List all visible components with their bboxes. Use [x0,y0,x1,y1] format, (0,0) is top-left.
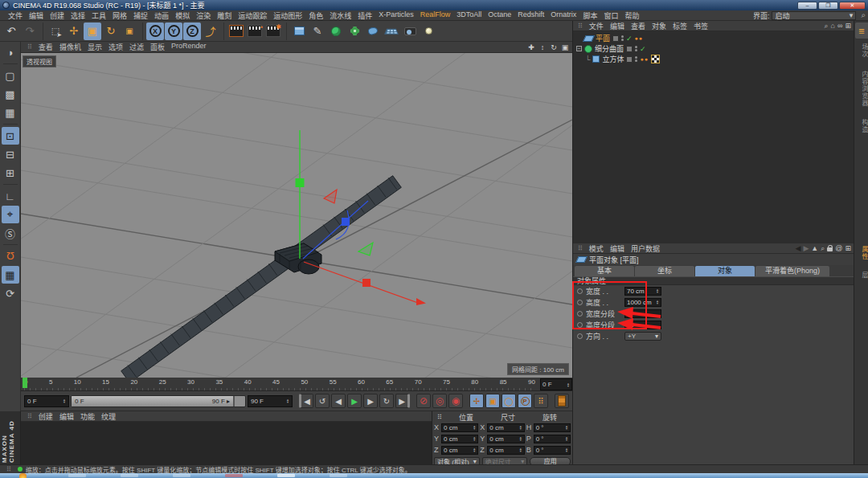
attr-menu-item[interactable]: 模式 [586,243,607,254]
play-forward-button[interactable]: ▶ [347,394,362,408]
tab-takes[interactable]: 场次 [854,43,868,58]
material-menu-item[interactable]: 创建 [35,411,56,422]
snap-s-icon[interactable]: Ⓢ [2,224,19,242]
object-row-plane[interactable]: 平面 ✓ ●● [573,33,854,43]
size-z-input[interactable]: 0 cm▲▼ [487,446,524,455]
windows-taskbar[interactable] [0,473,868,478]
tab-coordinates[interactable]: 坐标 [635,266,694,276]
model-mode-icon[interactable]: ▢ [2,67,19,84]
maximize-button[interactable]: ❐ [818,2,838,10]
menu-item[interactable]: Redshift [514,10,547,21]
tab-object-manager-icon[interactable]: ≣ [855,22,868,39]
menu-item[interactable]: 雕刻 [214,10,235,21]
object-row-cube[interactable]: └ 立方体 ●● [573,54,854,64]
tab-basic[interactable]: 基本 [575,266,634,276]
menu-item[interactable]: 窗口 [600,10,621,21]
menu-item[interactable]: 运动图形 [270,10,305,21]
grip-icon[interactable]: ⠿ [575,22,586,30]
menu-item[interactable]: RealFlow [417,10,454,21]
orientation-dropdown[interactable]: +Y▾ [624,332,661,341]
rotate-tool-icon[interactable]: ↻ [102,22,120,40]
key-rotation-toggle[interactable]: ◯ [502,394,516,408]
menu-item[interactable]: 脚本 [579,10,600,21]
viewport-menu-item[interactable]: 摄像机 [56,42,84,52]
om-menu-item[interactable]: 书签 [690,21,711,31]
menu-item[interactable]: X-Particles [375,10,417,21]
render-picture-viewer-button[interactable]: ▪ [246,22,264,40]
autokeying-button[interactable]: ◎ [432,394,447,408]
position-z-input[interactable]: 0 cm▲▼ [441,446,478,455]
keyframe-selection-button[interactable]: ◉ [448,394,463,408]
om-menu-item[interactable]: 标签 [669,21,690,31]
om-menu-item[interactable]: 查看 [628,21,649,31]
z-axis-lock-button[interactable]: Z [183,22,201,40]
at-icon[interactable]: @ [835,244,842,252]
subdivision-surface-icon[interactable] [327,22,345,40]
width-segments-input[interactable]: 1 [624,309,661,318]
polygons-mode-icon[interactable]: ⊞ [2,164,19,182]
enabled-check-icon[interactable]: ✓ [626,35,633,43]
undo-button[interactable]: ↶ [2,22,20,40]
menu-item[interactable]: 选择 [68,10,88,21]
layer-tag-icon[interactable] [612,35,619,42]
object-row-sds[interactable]: − 细分曲面 ✓ [573,43,854,54]
make-editable-icon[interactable]: ◑ [2,43,19,61]
render-settings-button[interactable]: ✱ [264,22,282,40]
live-selection-icon[interactable]: ⬚➤ [47,22,64,40]
close-button[interactable]: ✕ [839,2,866,10]
lock-icon[interactable] [827,247,833,251]
object-name[interactable]: 平面 [596,33,610,43]
goto-start-button[interactable]: ◀ [299,394,313,408]
om-menu-item[interactable]: 文件 [586,21,607,31]
material-menu-item[interactable]: 编辑 [56,411,77,422]
rotation-h-input[interactable]: 0 °▲▼ [534,423,571,432]
grip-icon[interactable]: ⠿ [575,245,586,252]
menu-item[interactable]: 流水线 [326,10,354,21]
collapse-icon[interactable]: − [576,46,582,51]
rotation-b-input[interactable]: 0 °▲▼ [534,446,571,455]
menu-item[interactable]: 工具 [88,10,109,21]
render-view-button[interactable] [227,22,245,40]
texture-tag-icon[interactable] [651,55,660,63]
enable-axis-icon[interactable]: ∟ [2,187,19,205]
goto-end-button[interactable]: ▶ [395,394,410,408]
height-segments-input[interactable]: 50 [624,321,661,329]
size-x-input[interactable]: 0 cm▲▼ [487,423,524,432]
rotate-view-icon[interactable]: ↻ [549,43,559,51]
menu-item[interactable]: 渲染 [193,10,214,21]
animate-dot-icon[interactable] [577,311,583,317]
y-axis-lock-button[interactable]: Y [165,22,182,40]
tab-content-browser[interactable]: 内容浏览器 [854,71,868,107]
timeline-ruler[interactable]: 051015202530354045505560657075808590 0 F… [21,378,572,391]
environment-icon[interactable] [364,22,382,40]
planar-workplane-icon[interactable]: ⟳ [2,284,19,302]
parent-object-icon[interactable]: ▲ [811,244,818,252]
deformer-icon[interactable] [346,22,363,40]
om-menu-item[interactable]: 编辑 [607,21,628,31]
frame-input[interactable]: 0 F▲▼ [24,395,69,407]
layer-tag-icon[interactable] [626,56,633,63]
viewport-menu-item[interactable]: 显示 [84,42,105,52]
height-input[interactable]: 1000 cm▲▼ [624,298,661,307]
scale-tool-icon[interactable]: ▣ [84,22,101,40]
edges-mode-icon[interactable]: ⊟ [2,145,19,163]
viewport-canvas[interactable]: 透视视图 网格间距 : 100 cm [21,53,572,378]
key-position-toggle[interactable]: ✢ [469,394,484,408]
next-frame-button[interactable]: ▶ [363,394,378,408]
menu-item[interactable]: 帮助 [621,10,642,21]
menu-item[interactable]: 插件 [354,10,375,21]
tab-object[interactable]: 对象 [695,266,755,276]
record-keyframe-button[interactable]: ⊘ [416,394,431,408]
rotation-p-input[interactable]: 0 °▲▼ [534,435,571,443]
light-icon[interactable] [420,22,437,40]
pen-spline-icon[interactable]: ✎ [309,22,326,40]
attr-menu-item[interactable]: 编辑 [607,243,628,254]
maximize-view-icon[interactable]: ▣ [560,43,570,51]
viewport-menu-item[interactable]: 选项 [105,42,126,52]
recent-tool-icon[interactable]: ▣ [121,22,138,40]
menu-item[interactable]: 创建 [47,10,68,21]
search-icon[interactable]: ⌕ [858,10,868,20]
object-name[interactable]: 细分曲面 [595,43,624,54]
history-forward-icon[interactable]: ▶ [803,244,809,252]
menu-item[interactable]: Ornatrix [547,10,579,21]
